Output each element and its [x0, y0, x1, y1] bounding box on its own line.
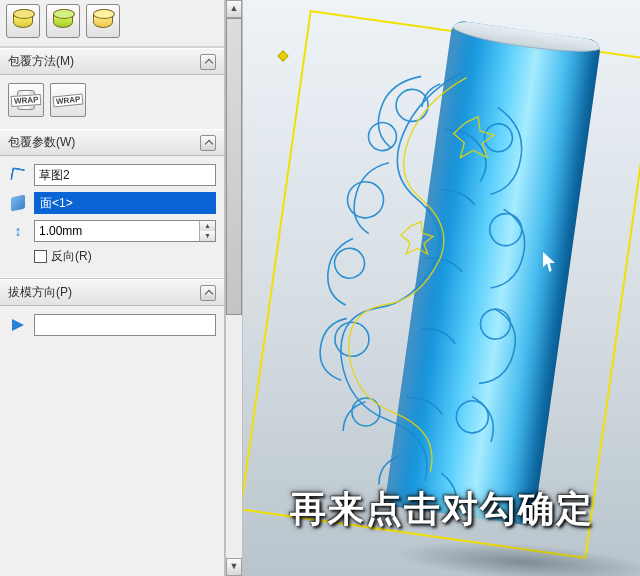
svg-point-1 — [367, 121, 399, 153]
svg-point-6 — [483, 122, 515, 154]
reverse-label: 反向(R) — [51, 248, 92, 265]
panel-scrollbar[interactable]: ▲ ▼ — [225, 0, 243, 576]
section-body-draft — [0, 306, 224, 348]
sketch-icon — [8, 165, 28, 185]
wrap-distance-input[interactable] — [35, 221, 199, 241]
wrap-type-deboss-button[interactable] — [46, 4, 80, 38]
target-face-input[interactable] — [34, 192, 216, 214]
section-title: 包覆方法(M) — [8, 53, 74, 70]
section-body-wrap-params: ↕ ▲ ▼ 反向(R) — [0, 156, 224, 277]
chevron-up-icon[interactable] — [200, 135, 216, 151]
model-viewport[interactable]: 再来点击对勾确定 — [243, 0, 640, 576]
scroll-up-button[interactable]: ▲ — [226, 0, 242, 18]
chevron-up-icon[interactable] — [200, 285, 216, 301]
draft-direction-icon — [8, 315, 28, 335]
mouse-cursor-icon — [543, 252, 561, 278]
section-title: 拔模方向(P) — [8, 284, 72, 301]
svg-point-7 — [488, 212, 524, 248]
section-body-wrap-method: WRAP WRAP — [0, 75, 224, 129]
stepper-down-button[interactable]: ▼ — [200, 231, 215, 241]
selection-handle[interactable] — [277, 50, 288, 61]
reverse-checkbox[interactable] — [34, 250, 47, 263]
section-header-wrap-method[interactable]: 包覆方法(M) — [0, 48, 224, 75]
section-title: 包覆参数(W) — [8, 134, 75, 151]
chevron-up-icon[interactable] — [200, 54, 216, 70]
wrap-type-toolbar — [0, 0, 224, 48]
property-panel: 包覆方法(M) WRAP WRAP 包覆参数(W) ↕ ▲ ▼ — [0, 0, 225, 576]
wrap-style-flat-button[interactable]: WRAP — [50, 83, 86, 117]
svg-point-5 — [350, 396, 382, 428]
svg-point-8 — [479, 307, 513, 341]
face-icon — [8, 193, 28, 213]
wrap-distance-stepper[interactable]: ▲ ▼ — [34, 220, 216, 242]
section-header-draft[interactable]: 拔模方向(P) — [0, 279, 224, 306]
section-header-wrap-params[interactable]: 包覆参数(W) — [0, 129, 224, 156]
svg-point-9 — [454, 399, 490, 435]
svg-point-4 — [333, 320, 371, 358]
svg-point-3 — [333, 246, 367, 280]
scroll-down-button[interactable]: ▼ — [226, 558, 242, 576]
stepper-up-button[interactable]: ▲ — [200, 221, 215, 231]
distance-icon: ↕ — [8, 221, 28, 241]
source-sketch-input[interactable] — [34, 164, 216, 186]
wrap-type-scribe-button[interactable] — [86, 4, 120, 38]
svg-point-2 — [345, 179, 386, 220]
wrap-type-emboss-button[interactable] — [6, 4, 40, 38]
scroll-thumb[interactable] — [226, 18, 242, 315]
draft-direction-input[interactable] — [34, 314, 216, 336]
wrap-style-cylinder-button[interactable]: WRAP — [8, 83, 44, 117]
scroll-track[interactable] — [226, 18, 242, 558]
